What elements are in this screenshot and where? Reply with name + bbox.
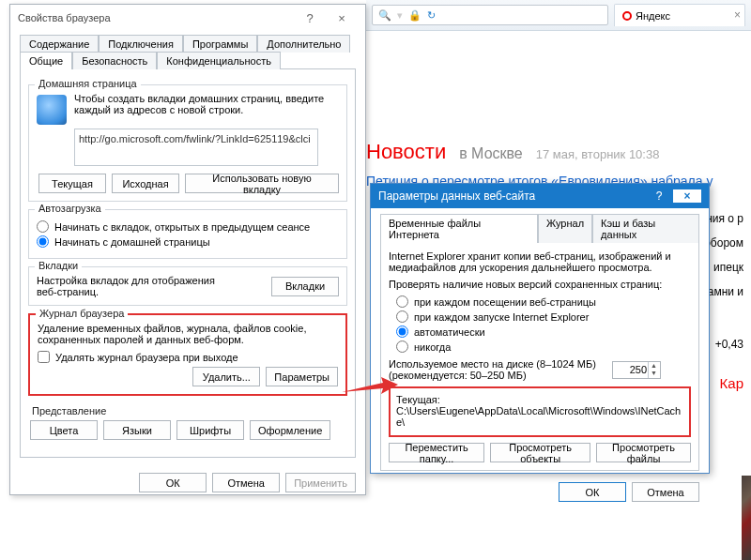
- disk-space-spinner[interactable]: 250 ▲▼: [612, 361, 661, 379]
- check-versions-label: Проверять наличие новых версий сохраненн…: [389, 279, 691, 290]
- dialog-titlebar[interactable]: Свойства браузера ? ×: [10, 5, 365, 31]
- current-path-box: Текущая: C:\Users\Eugene\AppData\Local\M…: [389, 386, 691, 437]
- homepage-group: Домашняя страница Чтобы создать вкладки …: [28, 84, 347, 202]
- close-button[interactable]: ×: [326, 11, 358, 25]
- dialog2-titlebar[interactable]: Параметры данных веб-сайта ? ×: [371, 184, 709, 208]
- browsing-history-group: Журнал браузера Удаление временных файло…: [28, 313, 347, 396]
- address-bar[interactable]: ▾: [372, 5, 608, 25]
- tab-privacy[interactable]: Конфиденциальность: [157, 52, 281, 69]
- appearance-legend: Представление: [28, 405, 347, 416]
- tab-programs[interactable]: Программы: [183, 35, 257, 53]
- help-button[interactable]: ?: [294, 11, 326, 25]
- tabs-group: Вкладки Настройка вкладок для отображени…: [28, 266, 347, 306]
- home-icon: [37, 95, 67, 125]
- dialog-tabs-row1: Содержание Подключения Программы Дополни…: [20, 35, 356, 53]
- history-delete-button[interactable]: Удалить...: [192, 367, 260, 386]
- history-settings-button[interactable]: Параметры: [266, 367, 338, 386]
- radio-auto[interactable]: автоматически: [396, 325, 691, 338]
- use-current-button[interactable]: Текущая: [38, 174, 106, 193]
- tab-temp-files[interactable]: Временные файлы Интернета: [380, 214, 538, 243]
- view-files-button[interactable]: Просмотреть файлы: [596, 443, 691, 462]
- browser-toolbar: ▾ Яндекс ×: [366, 0, 751, 31]
- dialog2-close-button[interactable]: ×: [673, 189, 701, 203]
- tab-security[interactable]: Безопасность: [72, 52, 157, 69]
- check-versions-radios: при каждом посещении веб-страницы при ка…: [389, 295, 691, 353]
- radio-every-visit[interactable]: при каждом посещении веб-страницы: [396, 295, 691, 308]
- page-content: Новости в Москве 17 мая, вторник 10:38 П…: [366, 31, 751, 189]
- radio-never[interactable]: никогда: [396, 341, 691, 353]
- homepage-legend: Домашняя страница: [35, 78, 141, 89]
- autostart-option-last-session[interactable]: Начинать с вкладок, открытых в предыдуще…: [37, 220, 339, 233]
- refresh-icon[interactable]: [427, 9, 436, 22]
- dialog-ok-button[interactable]: ОК: [139, 473, 207, 492]
- search-icon: [378, 9, 391, 22]
- tabs-description: Настройка вкладок для отображения веб-ст…: [37, 275, 224, 297]
- dialog2-ok-button[interactable]: ОК: [559, 482, 626, 502]
- move-folder-button[interactable]: Переместить папку...: [389, 443, 484, 462]
- use-default-button[interactable]: Исходная: [112, 174, 179, 193]
- side-maps-link[interactable]: Кар: [720, 375, 743, 391]
- homepage-url-input[interactable]: [74, 129, 318, 166]
- tab-history[interactable]: Журнал: [538, 214, 592, 243]
- dialog2-cancel-button[interactable]: Отмена: [632, 482, 699, 502]
- radio-every-start[interactable]: при каждом запуске Internet Explorer: [396, 310, 691, 323]
- news-city[interactable]: в Москве: [459, 145, 523, 162]
- current-path-value: C:\Users\Eugene\AppData\Local\Microsoft\…: [396, 405, 683, 428]
- dialog-apply-button[interactable]: Применить: [285, 473, 356, 492]
- colors-button[interactable]: Цвета: [30, 420, 98, 440]
- page-hero-image: [742, 476, 751, 560]
- accessibility-button[interactable]: Оформление: [250, 420, 330, 440]
- autostart-group: Автозагрузка Начинать с вкладок, открыты…: [28, 209, 347, 259]
- tabs-settings-button[interactable]: Вкладки: [271, 277, 339, 296]
- history-legend: Журнал браузера: [36, 308, 128, 319]
- history-description: Удаление временных файлов, журнала, файл…: [38, 323, 338, 345]
- dialog2-title: Параметры данных веб-сайта: [378, 189, 645, 203]
- languages-button[interactable]: Языки: [103, 420, 171, 440]
- internet-options-dialog: Свойства браузера ? × Содержание Подключ…: [9, 4, 366, 495]
- delete-on-exit-checkbox[interactable]: Удалять журнал браузера при выходе: [38, 351, 338, 363]
- dialog-tabs-row2: Общие Безопасность Конфиденциальность: [20, 52, 356, 69]
- tab-close-icon[interactable]: ×: [734, 8, 741, 22]
- fonts-button[interactable]: Шрифты: [176, 420, 244, 440]
- current-path-label: Текущая:: [396, 394, 683, 405]
- autostart-legend: Автозагрузка: [35, 203, 105, 214]
- tab-connections[interactable]: Подключения: [99, 35, 183, 53]
- spinner-arrows-icon[interactable]: ▲▼: [648, 362, 659, 378]
- yandex-logo-icon: [622, 11, 632, 21]
- appearance-group: Представление Цвета Языки Шрифты Оформле…: [28, 403, 347, 442]
- lock-icon: [408, 9, 421, 22]
- dialog2-help-button[interactable]: ?: [645, 189, 673, 203]
- use-newtab-button[interactable]: Использовать новую вкладку: [185, 174, 339, 193]
- tab-content[interactable]: Содержание: [20, 35, 99, 53]
- news-date: 17 мая, вторник 10:38: [536, 147, 660, 161]
- tab-cache-db[interactable]: Кэш и базы данных: [592, 214, 699, 243]
- autostart-option-homepage[interactable]: Начинать с домашней страницы: [37, 235, 339, 248]
- dialog-cancel-button[interactable]: Отмена: [212, 473, 280, 492]
- disk-space-label: Используемое место на диске (8–1024 МБ) …: [389, 358, 605, 381]
- dialog-title: Свойства браузера: [18, 12, 294, 23]
- temp-files-info: Internet Explorer хранит копии веб-стран…: [389, 250, 691, 273]
- tab-title: Яндекс: [636, 10, 670, 22]
- tab-advanced[interactable]: Дополнительно: [257, 35, 350, 53]
- tabs-legend: Вкладки: [35, 260, 82, 271]
- homepage-description: Чтобы создать вкладки домашних страниц, …: [74, 93, 339, 115]
- browser-tab-yandex[interactable]: Яндекс ×: [614, 4, 745, 26]
- tab-general[interactable]: Общие: [20, 52, 72, 69]
- website-data-settings-dialog: Параметры данных веб-сайта ? × Временные…: [370, 183, 710, 474]
- news-heading[interactable]: Новости: [366, 140, 446, 164]
- view-objects-button[interactable]: Просмотреть объекты: [490, 443, 590, 462]
